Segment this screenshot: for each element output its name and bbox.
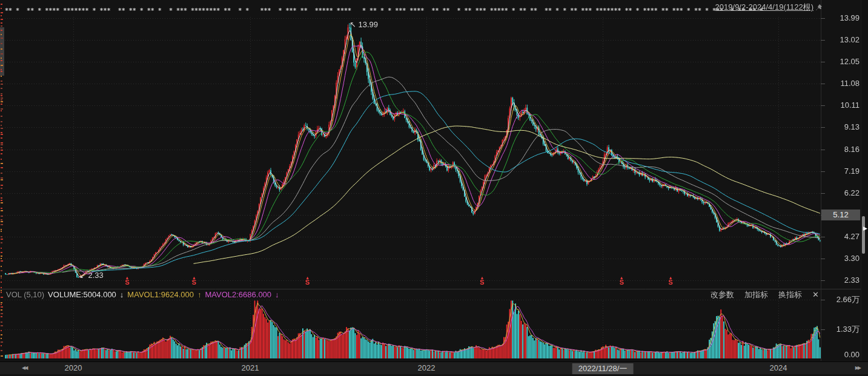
candlestick-chart-canvas[interactable] bbox=[0, 0, 868, 376]
year-label: 2022 bbox=[418, 363, 436, 372]
price-tick-label: 11.08 bbox=[822, 79, 860, 88]
volume-value-label: VOLUME:5004.000 bbox=[48, 290, 116, 299]
scroll-right-button[interactable]: ▶▶ bbox=[855, 365, 860, 371]
volume-tick-label: 2.66万 bbox=[822, 295, 860, 305]
year-label: 2021 bbox=[242, 363, 259, 372]
selected-date-label: 2022/11/28/一 bbox=[572, 363, 634, 374]
add-indicator-button[interactable]: 加指标 bbox=[744, 289, 768, 300]
close-panel-icon[interactable]: ✕ bbox=[812, 290, 819, 299]
price-pointer-arrow[interactable]: ▶ bbox=[863, 224, 867, 233]
edit-params-button[interactable]: 改参数 bbox=[711, 289, 734, 300]
mavol2-value-label: MAVOL2:6686.000 bbox=[205, 290, 271, 299]
mavol2-direction-arrow: ↓ bbox=[275, 290, 279, 299]
ex-dividend-s-marker[interactable]: ▲S bbox=[478, 276, 486, 285]
ex-dividend-s-marker[interactable]: ▲S bbox=[190, 276, 199, 285]
event-markers-band[interactable]: ** * ** * **** ******* * *** ** ** * ** … bbox=[5, 7, 795, 16]
vol-indicator-label[interactable]: VOL (5,10) bbox=[6, 290, 44, 299]
price-tick-label: 12.05 bbox=[822, 57, 860, 67]
scroll-left-button[interactable]: ◀◀ bbox=[22, 365, 27, 371]
pin-icon[interactable] bbox=[815, 4, 823, 12]
indicator-toolbar: 改参数 加指标 换指标 ✕ bbox=[711, 289, 819, 300]
price-tick-label: 7.19 bbox=[822, 167, 860, 176]
right-scrollbar-thumb[interactable] bbox=[862, 216, 865, 254]
volume-tick-label: 1.33万 bbox=[822, 325, 860, 334]
price-extreme-annotation: ↖ 13.99 bbox=[350, 20, 378, 29]
ex-dividend-s-marker[interactable]: ▲S bbox=[303, 276, 312, 285]
year-label: 2020 bbox=[65, 363, 82, 372]
volume-panel-header: VOL (5,10) VOLUME:5004.000 ↓ MAVOL1:9624… bbox=[6, 289, 283, 300]
date-range-text[interactable]: 2019/9/2-2024/4/19(1122根) bbox=[715, 2, 813, 13]
mavol1-value-label: MAVOL1:9624.000 bbox=[127, 290, 194, 299]
time-axis: ◀◀ ▶▶ 2020202120222022/11/28/一2024 bbox=[0, 361, 868, 374]
price-tick-label: 3.30 bbox=[822, 254, 860, 263]
price-extreme-annotation: ↙ 2.33 bbox=[79, 271, 104, 280]
mavol1-direction-arrow: ↑ bbox=[197, 290, 202, 299]
price-tick-label: 10.11 bbox=[822, 101, 860, 110]
price-tick-label: 13.02 bbox=[822, 35, 860, 45]
date-range-label[interactable]: 2019/9/2-2024/4/19(1122根) bbox=[715, 2, 823, 13]
switch-indicator-button[interactable]: 换指标 bbox=[778, 289, 802, 300]
ex-dividend-s-marker[interactable]: ▲S bbox=[666, 276, 675, 285]
price-tick-label: 13.99 bbox=[822, 13, 860, 23]
current-price-badge: 5.12 bbox=[821, 209, 860, 220]
price-tick-label: 6.22 bbox=[822, 188, 860, 198]
stock-chart-app: ** * ** * **** ******* * *** ** ** * ** … bbox=[0, 0, 868, 376]
price-tick-label: 8.16 bbox=[822, 145, 860, 154]
price-tick-label: 2.33 bbox=[822, 275, 860, 285]
ex-dividend-s-marker[interactable]: ▲S bbox=[617, 276, 626, 285]
price-tick-label: 9.13 bbox=[822, 122, 860, 132]
volume-direction-arrow: ↓ bbox=[120, 290, 124, 299]
ex-dividend-s-marker[interactable]: ▲S bbox=[123, 276, 131, 285]
price-tick-label: 4.27 bbox=[822, 232, 860, 242]
left-event-strip-scrollbar[interactable] bbox=[0, 0, 4, 361]
year-label: 2024 bbox=[769, 363, 787, 372]
volume-tick-label: 0.00 bbox=[822, 350, 860, 360]
